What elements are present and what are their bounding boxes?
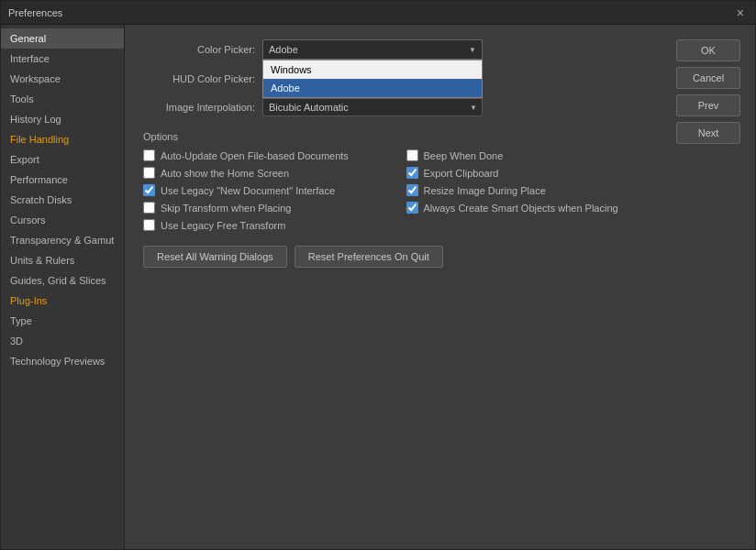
preferences-dialog: Preferences × GeneralInterfaceWorkspaceT… [0, 0, 756, 550]
empty-cell [406, 219, 651, 231]
sidebar-item-tech-previews[interactable]: Technology Previews [1, 351, 124, 371]
sidebar-item-transparency-gamut[interactable]: Transparency & Gamut [1, 230, 124, 250]
color-picker-row: Color Picker: Adobe ▼ Windows Adobe [143, 39, 650, 60]
sidebar-item-tools[interactable]: Tools [1, 89, 124, 109]
dropdown-arrow-icon: ▼ [469, 46, 476, 54]
sidebar-item-guides-grid[interactable]: Guides, Grid & Slices [1, 270, 124, 291]
checkbox-auto-update[interactable] [143, 149, 155, 161]
dialog-body: GeneralInterfaceWorkspaceToolsHistory Lo… [1, 25, 755, 549]
color-picker-trigger[interactable]: Adobe ▼ [262, 39, 483, 60]
checkbox-legacy-interface[interactable] [143, 184, 155, 196]
sidebar-item-units-rulers[interactable]: Units & Rulers [1, 250, 124, 270]
checkbox-resize-image[interactable] [406, 184, 418, 196]
checkbox-row-export-clipboard: Export Clipboard [406, 167, 651, 179]
sidebar-item-file-handling[interactable]: File Handling [1, 129, 124, 149]
checkbox-row-always-smart: Always Create Smart Objects when Placing [406, 202, 651, 214]
label-resize-image[interactable]: Resize Image During Place [424, 185, 546, 196]
checkbox-row-legacy-free: Use Legacy Free Transform [143, 219, 388, 231]
ok-button[interactable]: OK [676, 39, 740, 61]
color-picker-label: Color Picker: [143, 44, 262, 55]
checkbox-row-auto-update: Auto-Update Open File-based Documents [143, 149, 388, 161]
checkbox-row-resize-image: Resize Image During Place [406, 184, 651, 196]
sidebar-item-cursors[interactable]: Cursors [1, 210, 124, 230]
checkbox-home-screen[interactable] [143, 167, 155, 179]
sidebar-item-workspace[interactable]: Workspace [1, 69, 124, 89]
checkbox-row-beep-done: Beep When Done [406, 149, 651, 161]
sidebar-item-3d[interactable]: 3D [1, 331, 124, 351]
label-export-clipboard[interactable]: Export Clipboard [424, 168, 499, 179]
label-always-smart[interactable]: Always Create Smart Objects when Placing [424, 203, 618, 214]
sidebar-item-performance[interactable]: Performance [1, 170, 124, 190]
next-button[interactable]: Next [676, 122, 740, 144]
hud-color-picker-label: HUD Color Picker: [143, 73, 262, 84]
label-legacy-free-transform[interactable]: Use Legacy Free Transform [161, 220, 285, 231]
checkbox-always-smart[interactable] [406, 202, 418, 214]
reset-warning-button[interactable]: Reset All Warning Dialogs [143, 246, 287, 268]
options-label: Options [143, 131, 650, 142]
label-home-screen[interactable]: Auto show the Home Screen [161, 168, 289, 179]
color-picker-dropdown-container: Adobe ▼ Windows Adobe [262, 39, 483, 60]
sidebar-item-general[interactable]: General [1, 28, 124, 49]
cancel-button[interactable]: Cancel [676, 67, 740, 89]
main-content: Color Picker: Adobe ▼ Windows Adobe HUD … [125, 25, 669, 549]
checkbox-row-home-screen: Auto show the Home Screen [143, 167, 388, 179]
label-skip-transform[interactable]: Skip Transform when Placing [161, 203, 291, 214]
dialog-title: Preferences [8, 7, 62, 18]
sidebar-item-export[interactable]: Export [1, 149, 124, 170]
checkbox-row-skip-transform: Skip Transform when Placing [143, 202, 388, 214]
color-picker-value: Adobe [269, 44, 298, 55]
sidebar-item-interface[interactable]: Interface [1, 49, 124, 69]
option-adobe[interactable]: Adobe [263, 79, 482, 97]
checkbox-beep-done[interactable] [406, 149, 418, 161]
sidebar-item-type[interactable]: Type [1, 311, 124, 331]
label-legacy-interface[interactable]: Use Legacy "New Document" Interface [161, 185, 335, 196]
image-interpolation-label: Image Interpolation: [143, 102, 262, 113]
label-beep-done[interactable]: Beep When Done [424, 150, 504, 161]
checkbox-row-legacy-interface: Use Legacy "New Document" Interface [143, 184, 388, 196]
close-button[interactable]: × [733, 5, 748, 21]
sidebar: GeneralInterfaceWorkspaceToolsHistory Lo… [1, 25, 125, 549]
image-interpolation-select-wrapper: Bicubic Automatic [262, 98, 483, 116]
side-buttons: OK Cancel Prev Next [669, 25, 755, 549]
color-picker-dropdown-list: Windows Adobe [262, 60, 483, 98]
title-bar: Preferences × [1, 1, 755, 25]
prev-button[interactable]: Prev [676, 94, 740, 116]
bottom-buttons: Reset All Warning Dialogs Reset Preferen… [143, 246, 650, 268]
image-interpolation-row: Image Interpolation: Bicubic Automatic [143, 98, 650, 116]
option-windows[interactable]: Windows [263, 60, 482, 79]
checkbox-legacy-free-transform[interactable] [143, 219, 155, 231]
sidebar-item-history-log[interactable]: History Log [1, 109, 124, 129]
sidebar-item-scratch-disks[interactable]: Scratch Disks [1, 190, 124, 210]
checkbox-skip-transform[interactable] [143, 202, 155, 214]
options-section: Options Auto-Update Open File-based Docu… [143, 131, 650, 231]
image-interpolation-select[interactable]: Bicubic Automatic [262, 98, 483, 116]
reset-prefs-button[interactable]: Reset Preferences On Quit [295, 246, 443, 268]
options-grid: Auto-Update Open File-based Documents Be… [143, 149, 650, 231]
sidebar-item-plug-ins[interactable]: Plug-Ins [1, 291, 124, 311]
checkbox-export-clipboard[interactable] [406, 167, 418, 179]
label-auto-update[interactable]: Auto-Update Open File-based Documents [161, 150, 349, 161]
